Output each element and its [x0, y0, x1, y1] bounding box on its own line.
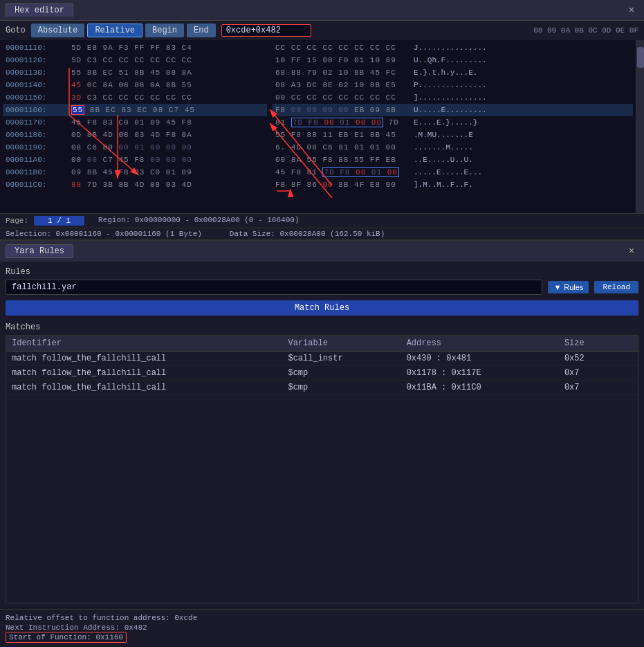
- row-size: 0x52: [559, 352, 638, 366]
- hex-row: 81 7D F8 00 01 00 00 7D E....E.}.....}: [273, 116, 633, 129]
- hex-row: 08 A3 DC 8E 02 10 8B E5 P...............: [273, 79, 633, 91]
- hex-scrollbar[interactable]: [636, 40, 644, 213]
- absolute-button[interactable]: Absolute: [31, 24, 85, 37]
- hex-left-panel: 00001110: 5D E8 9A F3 FF FF 83 C4 000011…: [0, 40, 270, 213]
- hex-editor-panel: Goto Absolute Relative Begin End 08 09 0…: [0, 21, 644, 239]
- yara-title: Yara Rules: [15, 246, 64, 256]
- col-address: Address: [401, 336, 559, 352]
- data-size-info: Data Size: 0x00028A00 (162.50 kiB): [230, 230, 385, 238]
- header-hex: 08 09 0A 0B 0C 0D 0E 0F: [533, 26, 638, 35]
- rules-dropdown-button[interactable]: ▼ Rules: [548, 281, 589, 293]
- hex-row: 55 F8 88 11 EB E1 8B 45 .M.MU.......E: [273, 129, 633, 141]
- row-address: 0x1178 : 0x117E: [401, 366, 559, 381]
- col-size: Size: [559, 336, 638, 352]
- yara-tab[interactable]: Yara Rules: [6, 244, 73, 258]
- close-button[interactable]: ×: [625, 3, 638, 17]
- title-bar: Hex editor ×: [0, 0, 644, 21]
- table-row[interactable]: match follow_the_fallchill_call $cmp 0x1…: [6, 366, 638, 381]
- hex-row: 45 F8 81 7D F8 00 01 00 .....E.....E...: [273, 166, 633, 179]
- rules-file-row: ▼ Rules Reload: [6, 280, 638, 295]
- selection-info: Selection: 0x00001160 - 0x00001160 (1 By…: [6, 230, 202, 238]
- hex-row: 00001150: 3D C3 CC CC CC CC CC CC: [3, 91, 267, 104]
- col-identifier: Identifier: [6, 336, 282, 352]
- yara-close-button[interactable]: ×: [625, 244, 638, 258]
- rules-label: Rules: [6, 267, 638, 277]
- end-button[interactable]: End: [187, 24, 216, 37]
- hex-row: 000011B0: 09 8B 45 F8 83 C0 01 89: [3, 166, 267, 179]
- hex-row: 00 CC CC CC CC CC CC CC ]...............: [273, 91, 633, 104]
- col-variable: Variable: [282, 336, 401, 352]
- yara-title-bar: Yara Rules ×: [0, 241, 644, 262]
- region-info: Region: 0x00000000 - 0x00028A00 (0 - 166…: [98, 216, 299, 226]
- hex-row: 000011C0: 88 7D 3B 8B 4D 08 03 4D: [3, 179, 267, 191]
- yara-section: Yara Rules × Rules ▼ Rules Reload Match …: [0, 239, 644, 647]
- hex-row: 00001190: 08 C6 80 00 01 00 00 00: [3, 141, 267, 154]
- hex-row: 68 88 79 02 10 8B 45 FC E.}.t.h.y...E.: [273, 66, 633, 79]
- table-row[interactable]: match follow_the_fallchill_call $call_in…: [6, 352, 638, 366]
- hex-row: F8 8F 86 00 8B 4F E8 00 ].M..M..F..F.: [273, 179, 633, 191]
- rules-file-input[interactable]: [6, 280, 542, 295]
- hex-row: 00001140: 45 0C 8A 08 88 0A 8B 55: [3, 79, 267, 91]
- row-identifier: match follow_the_fallchill_call: [6, 366, 282, 381]
- reload-button[interactable]: Reload: [594, 281, 638, 293]
- title-text: Hex editor: [15, 6, 64, 15]
- hex-row: 00001110: 5D E8 9A F3 FF FF 83 C4: [3, 42, 267, 54]
- hex-content-area: 00001110: 5D E8 9A F3 FF FF 83 C4 000011…: [0, 40, 644, 213]
- hex-info-bar: Page: 1 / 1 Region: 0x00000000 - 0x00028…: [0, 213, 644, 228]
- goto-row: Goto Absolute Relative Begin End 08 09 0…: [0, 21, 644, 40]
- table-row[interactable]: match follow_the_fallchill_call $cmp 0x1…: [6, 381, 638, 395]
- hex-right-panel: CC CC CC CC CC CC CC CC J...............…: [270, 40, 636, 213]
- hex-editor-tab[interactable]: Hex editor: [6, 3, 73, 17]
- row-identifier: match follow_the_fallchill_call: [6, 381, 282, 395]
- scrollbar-thumb[interactable]: [637, 47, 644, 68]
- matches-label: Matches: [6, 322, 638, 332]
- dropdown-label: Rules: [564, 283, 583, 291]
- row-size: 0x7: [559, 366, 638, 381]
- begin-button[interactable]: Begin: [145, 24, 184, 37]
- hex-status-bar: Selection: 0x00001160 - 0x00001160 (1 By…: [0, 228, 644, 239]
- row-variable: $cmp: [282, 366, 401, 381]
- hex-row-selected: F8 00 00 00 00 EB 09 8B U.....E.........: [273, 104, 633, 116]
- row-identifier: match follow_the_fallchill_call: [6, 352, 282, 366]
- hex-row: 00001170: 45 F8 83 C0 01 89 45 F8: [3, 116, 267, 129]
- row-address: 0x11BA : 0x11C0: [401, 381, 559, 395]
- dropdown-arrow-icon: ▼: [553, 283, 561, 291]
- hex-row: 00001180: 0D 8B 4D 08 03 4D F8 8A: [3, 129, 267, 141]
- hex-row: CC CC CC CC CC CC CC CC J...............: [273, 42, 633, 54]
- status-line-2: Next Instruction Address: 0x482: [6, 623, 638, 632]
- goto-label: Goto: [6, 26, 26, 35]
- matches-table: Identifier Variable Address Size match f…: [6, 335, 638, 603]
- hex-row: 10 FF 15 08 F0 01 10 89 U..Qh.F.........: [273, 54, 633, 66]
- bottom-status: Relative offset to function address: 0xc…: [0, 609, 644, 647]
- yara-body: Rules ▼ Rules Reload Match Rules Matches…: [0, 262, 644, 609]
- status-line-3: Start of Function: 0x1160: [6, 633, 638, 641]
- status-line-1: Relative offset to function address: 0xc…: [6, 614, 638, 622]
- relative-button[interactable]: Relative: [87, 24, 142, 37]
- goto-input[interactable]: [221, 24, 311, 37]
- hex-row: 00001120: 5D C3 CC CC CC CC CC CC: [3, 54, 267, 66]
- page-label: Page:: [6, 217, 28, 225]
- hex-row-selected: 00001160: 55 8B EC 83 EC 08 C7 45: [3, 104, 267, 116]
- row-variable: $call_instr: [282, 352, 401, 366]
- address-buttons: Absolute Relative Begin End: [31, 24, 216, 37]
- hex-row: 00001130: 55 8B EC 51 8B 45 08 8A: [3, 66, 267, 79]
- row-size: 0x7: [559, 381, 638, 395]
- hex-row: 00 8A 55 F8 88 55 FF EB ..E.....U..U.: [273, 154, 633, 166]
- match-rules-button[interactable]: Match Rules: [6, 300, 638, 316]
- page-nav[interactable]: 1 / 1: [34, 216, 84, 226]
- row-address: 0x430 : 0x481: [401, 352, 559, 366]
- status-highlight: Start of Function: 0x1160: [6, 632, 127, 643]
- hex-row: 6. 4D 08 C6 81 01 01 00 .......M.....: [273, 141, 633, 154]
- row-variable: $cmp: [282, 381, 401, 395]
- hex-row: 000011A0: 00 00 C7 45 F8 00 00 00: [3, 154, 267, 166]
